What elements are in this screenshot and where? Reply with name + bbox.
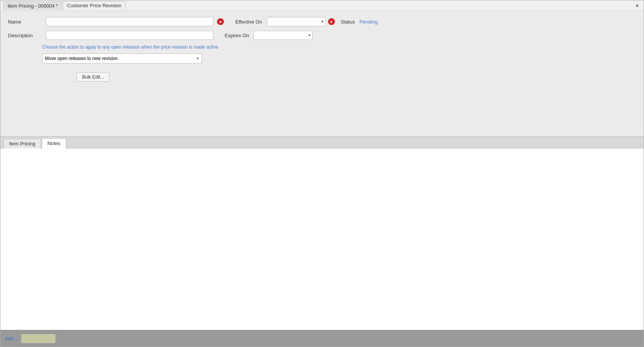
footer-input[interactable]	[21, 334, 56, 343]
expires-on-wrapper	[254, 31, 312, 40]
effective-on-label: Effective On	[235, 19, 262, 25]
expires-on-group: Expires On	[225, 31, 312, 40]
add-link[interactable]: Add ...	[5, 336, 18, 341]
bulk-edit-area: Bulk Edit...	[42, 73, 636, 82]
name-clear-button[interactable]	[217, 18, 224, 25]
description-input[interactable]	[46, 31, 213, 40]
tabs-row: Item Pricing Notes	[0, 136, 644, 148]
title-tabs: Item Pricing - 000004 * Customer Price R…	[3, 1, 125, 10]
action-dropdown-wrapper: Move open releases to new revision Keep …	[42, 54, 202, 63]
tab-notes[interactable]: Notes	[42, 138, 66, 148]
close-button[interactable]: ×	[634, 2, 641, 9]
footer: Add ...	[0, 330, 644, 347]
name-input[interactable]	[46, 17, 213, 26]
expires-on-select[interactable]	[254, 31, 312, 40]
effective-on-clear-button[interactable]	[328, 18, 335, 25]
description-row: Description Expires On	[8, 31, 636, 40]
effective-on-select[interactable]	[267, 17, 326, 26]
description-label: Description	[8, 33, 42, 38]
status-label: Status	[341, 19, 355, 25]
effective-on-group: Effective On Status Pending	[235, 17, 378, 26]
status-value: Pending	[359, 19, 378, 25]
tab-item-pricing[interactable]: Item Pricing	[3, 139, 41, 148]
title-bar: Item Pricing - 000004 * Customer Price R…	[0, 0, 644, 11]
name-row: Name Effective On Status Pending	[8, 17, 636, 26]
bulk-edit-button[interactable]: Bulk Edit...	[76, 73, 109, 82]
help-text: Choose the action to apply to any open r…	[42, 44, 636, 50]
content-area	[0, 148, 644, 330]
expires-on-label: Expires On	[225, 33, 249, 38]
main-window: Item Pricing - 000004 * Customer Price R…	[0, 0, 644, 347]
action-dropdown[interactable]: Move open releases to new revision Keep …	[42, 54, 202, 63]
name-label: Name	[8, 19, 42, 25]
title-tab-customer-price-revision[interactable]: Customer Price Revision	[63, 1, 125, 10]
form-area: Name Effective On Status Pending Descrip…	[0, 11, 644, 136]
effective-on-wrapper	[267, 17, 326, 26]
title-tab-item-pricing[interactable]: Item Pricing - 000004 *	[3, 2, 62, 10]
